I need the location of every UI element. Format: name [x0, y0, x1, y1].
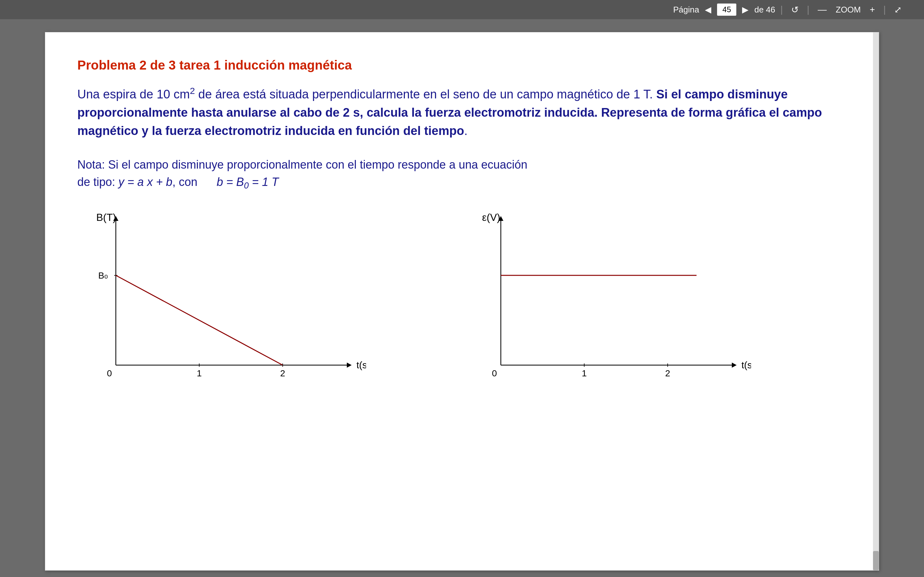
svg-text:2: 2 — [280, 368, 285, 378]
svg-text:2: 2 — [665, 368, 670, 378]
note-text: Nota: Si el campo disminuye proporcional… — [78, 156, 846, 192]
fullscreen-button[interactable]: ⤢ — [891, 3, 905, 16]
note-line-1: Nota: Si el campo disminuye proporcional… — [78, 158, 527, 171]
svg-marker-17 — [732, 363, 737, 367]
separator-3: | — [883, 4, 886, 15]
zoom-label: ZOOM — [836, 5, 861, 15]
svg-text:0: 0 — [492, 368, 497, 378]
svg-text:0: 0 — [107, 368, 112, 378]
svg-line-13 — [116, 276, 283, 365]
total-pages-label: de 46 — [754, 5, 775, 15]
next-page-button[interactable]: ▶ — [740, 3, 751, 16]
problem-title: Problema 2 de 3 tarea 1 inducción magnét… — [78, 58, 846, 73]
svg-text:ε(V): ε(V) — [482, 211, 501, 223]
toolbar: Página ◀ ▶ de 46 | ↺ | — ZOOM + | ⤢ — [0, 0, 924, 19]
body-text-normal: Una espira de 10 cm2 de área está situad… — [78, 87, 656, 101]
note-line-2: de tipo: y = a x + b, con b = B0 = 1 T — [78, 175, 278, 189]
body-text: Una espira de 10 cm2 de área está situad… — [78, 84, 846, 140]
zoom-in-button[interactable]: + — [867, 3, 878, 16]
zoom-out-button[interactable]: — — [814, 3, 830, 16]
scrollbar[interactable] — [873, 32, 879, 570]
graphs-container: B(T) B₀ 1 2 0 t(s) — [78, 211, 846, 397]
svg-text:B₀: B₀ — [98, 271, 108, 280]
svg-text:1: 1 — [582, 368, 587, 378]
graph-b-vs-t: B(T) B₀ 1 2 0 t(s) — [78, 211, 366, 397]
page-number-input[interactable] — [717, 3, 736, 16]
page-document: Problema 2 de 3 tarea 1 inducción magnét… — [45, 32, 879, 571]
graph-b-svg: B(T) B₀ 1 2 0 t(s) — [78, 211, 366, 397]
svg-text:t(s): t(s) — [357, 359, 366, 370]
prev-page-button[interactable]: ◀ — [702, 3, 714, 16]
page-label: Página — [673, 5, 699, 15]
svg-text:t(s): t(s) — [741, 359, 751, 370]
svg-text:1: 1 — [197, 368, 202, 378]
graph-emf-vs-t: ε(V) 1 2 0 t(s) — [462, 211, 751, 397]
main-area: Problema 2 de 3 tarea 1 inducción magnét… — [0, 19, 924, 577]
svg-text:B(T): B(T) — [96, 211, 116, 223]
graph-emf-svg: ε(V) 1 2 0 t(s) — [462, 211, 751, 397]
separator-2: | — [807, 4, 809, 15]
svg-marker-3 — [347, 363, 352, 367]
scrollbar-thumb[interactable] — [873, 551, 879, 570]
reset-zoom-button[interactable]: ↺ — [788, 3, 802, 16]
separator-1: | — [780, 4, 783, 15]
